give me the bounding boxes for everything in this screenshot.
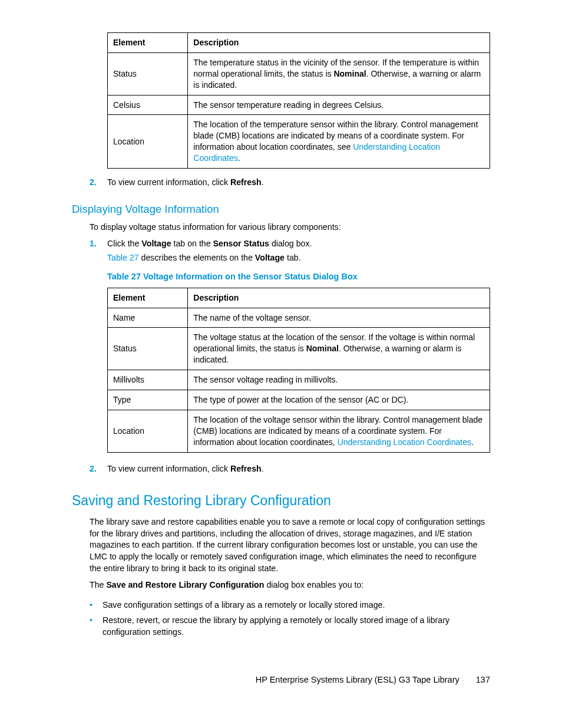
save-restore-heading: Saving and Restoring Library Configurati… bbox=[72, 491, 490, 510]
table27-link[interactable]: Table 27 bbox=[107, 253, 139, 262]
list-item: 2. To view current information, click Re… bbox=[90, 463, 490, 475]
voltage-info-heading: Displaying Voltage Information bbox=[72, 202, 490, 217]
table-cell-element: Celsius bbox=[108, 95, 188, 115]
table-cell-description: The voltage status at the location of th… bbox=[188, 328, 490, 370]
table-cell-description: The sensor voltage reading in millivolts… bbox=[188, 370, 490, 390]
document-page: Element Description Status The temperatu… bbox=[0, 0, 562, 728]
voltage-table: Element Description Name The name of the… bbox=[107, 288, 490, 453]
table-cell-description: The type of power at the location of the… bbox=[188, 390, 490, 410]
voltage-intro-paragraph: To display voltage status information fo… bbox=[90, 222, 490, 233]
save-restore-enables-paragraph: The Save and Restore Library Configurati… bbox=[90, 579, 490, 591]
list-marker: 2. bbox=[90, 463, 107, 475]
table-row: Millivolts The sensor voltage reading in… bbox=[108, 370, 490, 390]
table-row: Status The temperature status in the vic… bbox=[108, 52, 490, 95]
table-row: Location The location of the voltage sen… bbox=[108, 410, 490, 452]
list-item: • Restore, revert, or rescue the library… bbox=[90, 615, 490, 638]
list-marker: 1. bbox=[90, 238, 107, 461]
page-footer: HP Enterprise Systems Library (ESL) G3 T… bbox=[256, 674, 490, 686]
table-header-description: Description bbox=[188, 33, 490, 53]
save-restore-paragraph: The library save and restore capabilitie… bbox=[90, 516, 490, 575]
table-cell-element: Type bbox=[108, 390, 188, 410]
list-marker: 2. bbox=[90, 177, 107, 189]
table-row: Type The type of power at the location o… bbox=[108, 390, 490, 410]
table-cell-description: The temperature status in the vicinity o… bbox=[188, 52, 490, 95]
footer-title: HP Enterprise Systems Library (ESL) G3 T… bbox=[256, 675, 459, 684]
table-cell-description: The name of the voltage sensor. bbox=[188, 308, 490, 328]
table-row: Location The location of the temperature… bbox=[108, 115, 490, 169]
table-cell-element: Location bbox=[108, 410, 188, 452]
table-cell-element: Status bbox=[108, 52, 188, 95]
table-cell-element: Status bbox=[108, 328, 188, 370]
table-row: Name The name of the voltage sensor. bbox=[108, 308, 490, 328]
table-cell-element: Name bbox=[108, 308, 188, 328]
bullet-list: • Save configuration settings of a libra… bbox=[90, 599, 490, 638]
bullet-icon: • bbox=[90, 599, 103, 611]
table-cell-description: The location of the temperature sensor w… bbox=[188, 115, 490, 169]
table-cell-element: Millivolts bbox=[108, 370, 188, 390]
list-item: 2. To view current information, click Re… bbox=[90, 177, 490, 189]
page-number: 137 bbox=[476, 674, 490, 686]
table27-caption: Table 27 Voltage Information on the Sens… bbox=[107, 271, 490, 282]
table-row: Element Description bbox=[108, 288, 490, 308]
table-row: Element Description bbox=[108, 33, 490, 53]
table-cell-element: Location bbox=[108, 115, 188, 169]
table-cell-description: The sensor temperature reading in degree… bbox=[188, 95, 490, 115]
table-row: Celsius The sensor temperature reading i… bbox=[108, 95, 490, 115]
list-item: • Save configuration settings of a libra… bbox=[90, 599, 490, 611]
bullet-icon: • bbox=[90, 615, 103, 638]
table-cell-description: The location of the voltage sensor withi… bbox=[188, 410, 490, 452]
table-row: Status The voltage status at the locatio… bbox=[108, 328, 490, 370]
location-coordinates-link[interactable]: Understanding Location Coordinates bbox=[338, 437, 471, 447]
table-header-element: Element bbox=[108, 33, 188, 53]
list-item: 1. Click the Voltage tab on the Sensor S… bbox=[90, 238, 490, 461]
table-header-element: Element bbox=[108, 288, 188, 308]
table-header-description: Description bbox=[188, 288, 490, 308]
temperature-table: Element Description Status The temperatu… bbox=[107, 32, 490, 169]
